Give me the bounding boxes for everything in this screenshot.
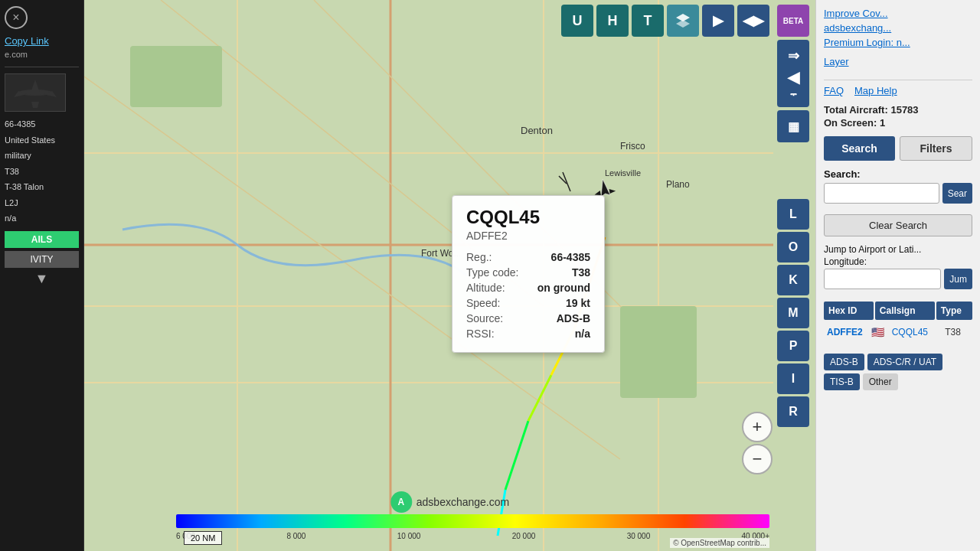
clear-search-button[interactable]: Clear Search (824, 214, 972, 236)
adsb-watermark: A adsbexchange.com (390, 491, 509, 513)
table-header-callsign[interactable]: Callsign (875, 302, 935, 320)
table-cell-callsign: CQQL45 (889, 324, 941, 341)
aircraft-silhouette-icon (8, 76, 62, 110)
domain-text: e.com (5, 50, 79, 59)
aircraft-thumbnail (5, 73, 66, 112)
table-cell-hex: ADFFE2 (824, 324, 867, 341)
sidebar-type-code: T38 (5, 165, 79, 178)
back-button[interactable]: ◀ (777, 61, 809, 93)
sidebar-reg: 66-4385 (5, 118, 79, 131)
map-area[interactable]: Denton Frisco Lewisville Plano Fort Wo..… (84, 0, 815, 551)
popup-table: Reg.: 66-4385 Type code: T38 Altitude: o… (466, 249, 590, 341)
popup-hex: ADFFE2 (466, 230, 590, 242)
layers-icon (675, 12, 691, 29)
zoom-in-button[interactable]: + (742, 412, 773, 442)
popup-speed-label: Speed: (466, 295, 534, 311)
improve-coverage-link[interactable]: Improve Cov... (824, 8, 972, 19)
popup-alt-value: on ground (534, 280, 590, 295)
tag-adsb[interactable]: ADS-B (824, 354, 864, 370)
alt-label-20k: 20 000 (512, 532, 536, 540)
map-btn-next[interactable]: ▶ (702, 5, 734, 37)
total-aircraft-label: Total Aircraft: (824, 104, 888, 116)
alt-label-30k: 30 000 (627, 532, 651, 540)
table-header-row: Hex ID Callsign Type (824, 302, 972, 320)
map-background: Denton Frisco Lewisville Plano Fort Wo..… (84, 0, 815, 551)
source-tags-row2: TIS-B Other (824, 373, 972, 390)
map-btn-layers[interactable] (667, 5, 699, 37)
longitude-label: Longitude: (824, 256, 972, 267)
svg-text:Lewisville: Lewisville (605, 168, 641, 178)
map-btn-u[interactable]: U (561, 5, 593, 37)
table-row[interactable]: ADFFE2 🇺🇸 CQQL45 T38 (824, 323, 972, 341)
on-screen-label: On Screen: (824, 117, 877, 129)
table-header-hex[interactable]: Hex ID (824, 302, 874, 320)
back-arrow-icon: ◀ (787, 67, 800, 87)
search-section-label: Search: (824, 168, 972, 180)
letter-nav: L O K M P I R (777, 199, 809, 427)
jump-button[interactable]: Jum (944, 269, 972, 289)
tag-adsc[interactable]: ADS-C/R / UAT (867, 354, 942, 370)
zoom-controls: + − (742, 412, 773, 474)
search-filters-row: Search Filters (824, 136, 972, 161)
zoom-out-button[interactable]: − (742, 444, 773, 474)
nav-btn-o[interactable]: O (777, 232, 809, 262)
popup-alt-label: Altitude: (466, 280, 534, 295)
nav-btn-l[interactable]: L (777, 199, 809, 230)
search-input-row: Sear (824, 183, 972, 204)
jump-to-label: Jump to Airport or Lati... (824, 244, 972, 255)
adsb-logo-icon: A (390, 491, 412, 513)
popup-rssi-label: RSSI: (466, 326, 534, 341)
sidebar-country: United States (5, 134, 79, 147)
popup-type-label: Type code: (466, 265, 534, 280)
map-btn-t[interactable]: T (632, 5, 664, 37)
popup-type-value: T38 (534, 265, 590, 280)
svg-marker-4 (31, 102, 39, 108)
altitude-color-bar (176, 514, 769, 528)
copy-link[interactable]: Copy Link (5, 35, 79, 47)
close-button[interactable]: × (5, 6, 28, 29)
nav-btn-i[interactable]: I (777, 364, 809, 394)
nav-btn-r[interactable]: R (777, 396, 809, 427)
map-toolbar: U H T ▶ ◀▶ (561, 5, 769, 37)
alt-label-8k: 8 000 (286, 532, 305, 540)
svg-rect-17 (130, 46, 222, 107)
nav-btn-m[interactable]: M (777, 298, 809, 328)
adsb-link[interactable]: adsbexchang... (824, 22, 972, 34)
jump-input[interactable] (824, 269, 941, 289)
map-btn-h[interactable]: H (596, 5, 629, 37)
premium-login-link[interactable]: Premium Login: n... (824, 37, 972, 48)
sidebar-type-name: T-38 Talon (5, 181, 79, 194)
left-sidebar: × Copy Link e.com 66-4385 United States … (0, 0, 84, 551)
close-icon: × (12, 11, 19, 24)
flag-icon: 🇺🇸 (868, 323, 887, 341)
search-go-button[interactable]: Sear (942, 183, 972, 204)
search-input[interactable] (824, 183, 939, 204)
popup-source-label: Source: (466, 311, 534, 326)
faq-row: FAQ Map Help (824, 85, 972, 96)
scroll-down-icon[interactable]: ▼ (5, 271, 79, 287)
popup-reg-label: Reg.: (466, 249, 534, 265)
map-help-link[interactable]: Map Help (854, 85, 897, 96)
svg-marker-1 (30, 80, 41, 95)
layer-link[interactable]: Layer (824, 56, 972, 67)
map-btn-lr[interactable]: ◀▶ (737, 5, 769, 37)
panel-divider-1 (824, 80, 972, 80)
filters-button[interactable]: Filters (900, 136, 972, 161)
search-button[interactable]: Search (824, 136, 895, 161)
faq-link[interactable]: FAQ (824, 85, 844, 96)
stats-button[interactable]: ▦ (777, 110, 809, 142)
tag-other[interactable]: Other (863, 373, 898, 390)
svg-text:Denton: Denton (521, 125, 553, 136)
divider (5, 67, 79, 67)
alt-label-10k: 10 000 (397, 532, 421, 540)
nav-btn-p[interactable]: P (777, 331, 809, 361)
chart-icon: ▦ (788, 119, 799, 134)
osm-credit: © OpenStreetMap contrib... (670, 538, 769, 548)
details-button[interactable]: AILS (5, 231, 79, 248)
table-header-type[interactable]: Type (936, 302, 972, 320)
tag-tisb[interactable]: TIS-B (824, 373, 860, 390)
total-aircraft-row: Total Aircraft: 15783 (824, 104, 972, 116)
nav-btn-k[interactable]: K (777, 265, 809, 295)
activity-button[interactable]: IVITY (5, 251, 79, 268)
popup-rssi-value: n/a (534, 326, 590, 341)
